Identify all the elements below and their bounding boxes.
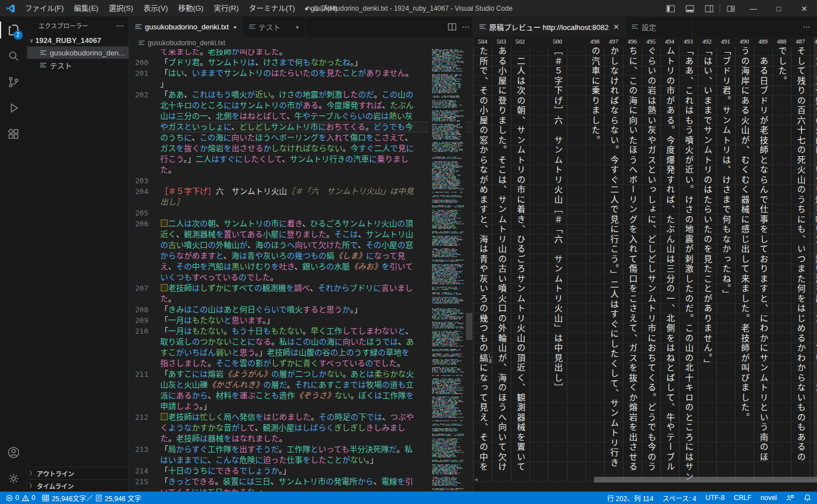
file-label: テスト [50,60,72,71]
editor-line-text: 「あすこには熔岩《ようがん》の層が二つしかない。あとは柔らかな火 [160,369,473,380]
editor-line-text: 老技師はしずかにすべての観測機を調べ、それからブドリに言いまし [160,283,473,294]
editor-line-text: ガスを抜くか熔岩を出させるかしなければならない。今すぐ二人で見に [160,143,473,154]
editor-row: 208「きみはこの山はあと何日ぐらいで噴火すると思うか。」 [129,304,473,315]
menu-selection[interactable]: 選択(S) [104,2,138,15]
menu-file[interactable]: ファイル(F) [20,2,69,15]
editor-line-text: 行こう。」二人はすぐにしたくして、サンムトリ行きの汽車に乗りまし [160,154,473,165]
preview-column-text: でした。 [772,46,791,482]
sidebar-root-folder[interactable]: ∨ 1924_RUBY_14067 [27,34,129,46]
section-timeline[interactable]: 〉 タイムライン [27,479,129,492]
explorer-icon[interactable]: 2 [0,17,27,43]
preview-column-text [567,46,585,482]
editor-row: 行こう。」二人はすぐにしたくして、サンムトリ行きの汽車に乗りまし [129,154,473,165]
run-debug-icon[interactable] [0,95,27,121]
menu-go[interactable]: 移動(G) [173,2,209,15]
vscode-logo [5,3,15,14]
line-number [129,401,148,412]
line-number [129,122,148,132]
menu-terminal[interactable]: ターミナル(T) [243,2,300,15]
section-outline[interactable]: 〉 アウトライン [27,467,129,479]
editor-row: 山灰と火山礫《かざんれき》の層だ。それにあすこまでは牧場の道も立 [129,380,473,390]
editor-line-text: え、その中を汽船は黒いけむりを吐き、銀いろの水脈《みお》を引いて [160,261,473,272]
source-control-icon[interactable] [0,69,27,95]
window-title: ● gusukobudorino_denki.txt - 1924_ruby_1… [305,5,512,12]
editor-line-text: いてくるには五日かかるな。」 [160,487,473,492]
preview-column: 491「ブドリ君。サンムトリは、けさまで何もなかったね。」 [716,37,735,482]
sidebar-item-test[interactable]: テスト [27,59,129,71]
panel-more-icon[interactable]: ⋯ [803,23,810,31]
dirty-dot-icon[interactable]: ● [233,24,236,30]
menu-view[interactable]: 表示(V) [138,2,173,15]
preview-vscrollbar[interactable] [814,37,817,482]
minimize-button[interactable]: — [741,0,766,17]
line-number: 213 [129,444,148,455]
preview-column: 493「ああ、これはもう噴火が近い。けさの地震が刺激したのだ。この山の北十キロの… [679,37,698,482]
preview-column: 504た所で、その小屋の窓からながめますと、海は青や灰いろの幾つもの縞しまになっ… [473,37,492,482]
line-number: 204 [129,186,148,197]
editor-line-text [160,208,473,218]
menu-run[interactable]: 実行(R) [208,2,243,15]
cursor-position[interactable]: 行 202、列 114 [607,493,653,503]
toggle-sidebar-icon[interactable] [661,0,680,17]
menu-edit[interactable]: 編集(E) [69,2,104,15]
tab-genkou-preview[interactable]: 原稿プレビュー http://localhost:8082 ✕ [473,17,626,37]
editor-row: 指さしました。そこを雲の影がしずかに青くすべっているのでした。 [129,358,473,369]
minimap[interactable] [429,49,465,490]
toggle-panel-icon[interactable] [680,0,699,17]
preview-column-number: 487 [791,37,810,46]
dirty-dot-icon[interactable]: ● [296,24,298,30]
section-label: タイムライン [37,481,74,490]
editor-line-text: すこがいちばん弱いと思う。」老技師は山腹の谷の上のうす緑の草地を [160,347,473,358]
toggle-secondary-sidebar-icon[interactable] [699,0,718,17]
editor-more-icon[interactable]: ⋯ [462,23,469,31]
editor-row: 近く、観測器械を置いてある小屋に登りました。そこは、サンムトリ山 [129,229,473,240]
editor-row: え、その中を汽船は黒いけむりを吐き、銀いろの水脈《みお》を引いて [129,261,473,272]
tab-test[interactable]: テスト ● [243,17,305,37]
line-number [129,143,148,154]
editor-row: た。 [129,165,473,175]
close-button[interactable]: ✕ [792,0,817,17]
eol-sequence[interactable]: CRLF [734,494,751,502]
sidebar-more-icon[interactable]: ⋯ [116,21,124,30]
settings-gear-icon[interactable] [0,466,27,492]
feedback-icon[interactable] [786,494,794,502]
sidebar-item-denki-txt[interactable]: gusukobudorino_den... [27,46,129,59]
line-number [129,423,148,433]
notifications-bell-icon[interactable] [803,494,811,502]
line-number [129,251,148,261]
editor-row: 201「はい、いままでサンムトリのはたらいたのを見たことがありません。 [129,68,473,79]
preview-column-text: ［＃５字下げ］六 サンムトリ火山［＃「六 サンムトリ火山」は中見出し］ [548,46,567,482]
problems-status[interactable]: 0 0 [6,494,35,502]
preview-hscrollbar-thumb[interactable] [594,477,817,483]
preview-file-icon [479,23,486,31]
scroll-left-arrow-icon[interactable]: ◀ [474,477,477,482]
editor-row: 212老技師は忙しく局へ発信をはじめました。その時足の下では、つぶや [129,412,473,423]
editor-content[interactable]: て来ました。老技師が叫びました。200「ブドリ君。サンムトリは、けさまで何もなか… [129,49,473,492]
editor-row: やガスといっしょに、どしどしサンムトリ市におちてくる。どうでも今 [129,122,473,132]
maximize-button[interactable]: □ [766,0,792,17]
panel-tab-bar: 原稿プレビュー http://localhost:8082 ✕ 設定 ⋯ [473,17,817,37]
close-tab-icon[interactable]: ✕ [613,23,619,31]
breadcrumb[interactable]: gusukobudorino_denki.txt [129,37,473,49]
editor-line-text: のうちに、この海に向いたほうへボーリングを入れて傷口をこさえて、 [160,132,473,143]
preview-column-number: 497 [604,37,623,46]
editor-scrollbar-thumb[interactable] [466,313,472,340]
search-icon[interactable] [0,43,27,69]
encoding[interactable]: UTF-8 [705,494,725,502]
preview-column-number: 498 [585,37,604,46]
char-count-grid[interactable]: 25,946文字／ 25,946 文字 [42,493,141,503]
preview-column: 502 二人は次の朝、サンムトリの市に着き、ひるごろサンムトリ火山の頂近く、観測… [511,37,529,482]
breadcrumb-item[interactable]: gusukobudorino_denki.txt [148,39,225,47]
line-number [129,154,148,165]
line-number [129,261,148,272]
split-editor-icon[interactable] [448,23,456,31]
preview-column-number: 504 [473,37,492,46]
extensions-icon[interactable] [0,121,27,147]
preview-hscrollbar[interactable]: ◀ [473,477,817,483]
indentation[interactable]: スペース: 4 [662,493,696,503]
tab-settings[interactable]: 設定 [626,17,692,37]
language-mode[interactable]: novel [760,494,777,502]
accounts-icon[interactable] [0,440,27,466]
tab-gusukobudorino-denki[interactable]: gusukobudorino_denki.txt ● [129,17,243,37]
customize-layout-icon[interactable] [721,0,741,17]
